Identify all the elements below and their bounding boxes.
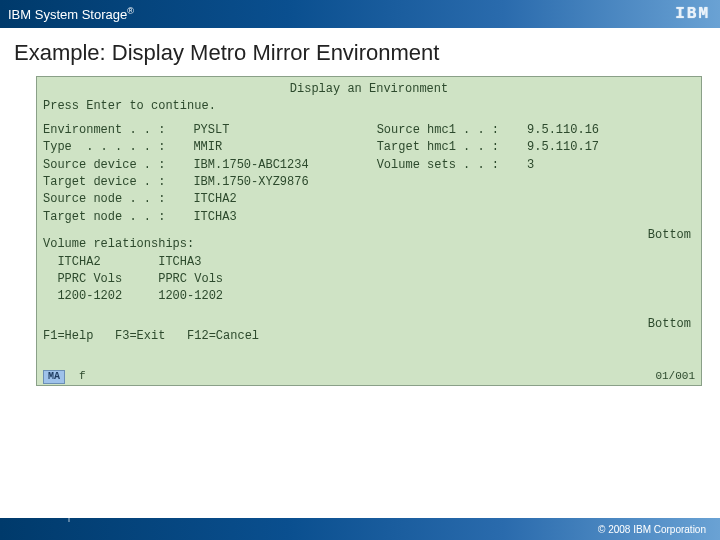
field-values-right: 9.5.110.16 9.5.110.17 3 <box>527 122 599 226</box>
terminal-screen: Display an Environment Press Enter to co… <box>36 76 702 386</box>
terminal-fields: Environment . . : Type . . . . . : Sourc… <box>43 122 695 226</box>
volume-relationships: Volume relationships: ITCHA2 ITCHA3 PPRC… <box>43 236 695 306</box>
status-f: f <box>79 369 86 385</box>
terminal-prompt: Press Enter to continue. <box>43 98 695 115</box>
field-labels-right: Source hmc1 . . : Target hmc1 . . : Volu… <box>377 122 499 226</box>
function-keys[interactable]: F1=Help F3=Exit F12=Cancel <box>43 328 259 345</box>
terminal-title: Display an Environment <box>43 81 695 98</box>
bottom-marker-1: Bottom <box>648 227 691 244</box>
status-position: 01/001 <box>655 369 695 385</box>
slide-body-spacer <box>0 408 720 518</box>
slide-footer: © 2008 IBM Corporation <box>0 518 720 540</box>
product-name: IBM System Storage® <box>8 6 134 22</box>
page-title: Example: Display Metro Mirror Environmen… <box>0 28 720 74</box>
ibm-logo: IBM <box>675 5 710 23</box>
field-labels-left: Environment . . : Type . . . . . : Sourc… <box>43 122 165 226</box>
bottom-marker-2: Bottom <box>648 316 691 333</box>
product-name-text: IBM System Storage <box>8 7 127 22</box>
copyright-text: © 2008 IBM Corporation <box>598 524 706 535</box>
terminal-status-bar: MA f 01/001 <box>37 369 701 385</box>
slide-header: IBM System Storage® IBM <box>0 0 720 28</box>
registered-mark: ® <box>127 6 134 16</box>
status-ma: MA <box>43 370 65 384</box>
footer-divider <box>68 516 70 522</box>
field-values-left: PYSLT MMIR IBM.1750-ABC1234 IBM.1750-XYZ… <box>193 122 308 226</box>
